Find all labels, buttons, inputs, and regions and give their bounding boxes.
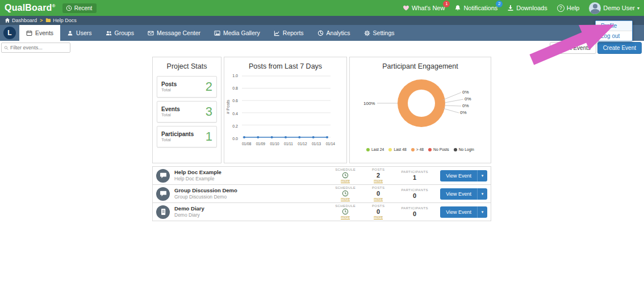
create-event-button[interactable]: Create Event (597, 42, 642, 54)
view-event-caret[interactable]: ▾ (477, 170, 487, 181)
tab-analytics[interactable]: Analytics (311, 25, 357, 41)
topbar-right-group: What's New 1 Notifications 2 Downloads ?… (403, 2, 639, 14)
engagement-panel: Participant Engagement 100% 0% 0% 0% 0% (349, 57, 491, 163)
schedule-more-link[interactable]: more (341, 197, 350, 201)
breadcrumb-dashboard[interactable]: Dashboard (5, 18, 37, 23)
qualboard-logo: QualBoard® (5, 3, 56, 13)
y-axis-ticks: 1.0 0.8 0.6 0.4 0.2 0.0 (231, 74, 240, 141)
event-subtitle: Group Discussion Demo (174, 194, 329, 200)
event-subtitle: Demo Diary (174, 212, 329, 218)
tab-groups[interactable]: Groups (99, 25, 141, 41)
posts-column: POSTS 2 more (362, 168, 395, 184)
tab-users[interactable]: Users (60, 25, 98, 41)
tab-media-gallery[interactable]: Media Gallery (207, 25, 267, 41)
view-event-split-button: View Event ▾ (440, 188, 487, 200)
event-list: Help Doc Example Help Doc Example SCHEDU… (152, 166, 491, 221)
menu-item-profile[interactable]: Profile (596, 21, 632, 31)
registered-mark: ® (52, 3, 56, 9)
breadcrumb-project-label: Help Docs (53, 18, 77, 23)
chat-bubble-icon (156, 169, 170, 183)
notifications-badge: 2 (496, 1, 503, 7)
heart-icon (403, 5, 409, 11)
pie-chart-icon (317, 30, 324, 36)
search-icon (4, 45, 9, 50)
breadcrumb-project[interactable]: Help Docs (45, 18, 77, 23)
tab-message-center[interactable]: Message Center (141, 25, 207, 41)
filter-events-search (1, 43, 70, 53)
tab-reports[interactable]: Reports (267, 25, 311, 41)
question-mark-icon: ? (557, 5, 564, 12)
participants-column: PARTICIPANTS 0 (395, 206, 434, 218)
whats-new-label: What's New (412, 5, 445, 11)
participants-total-value: 1 (206, 129, 212, 144)
breadcrumb: Dashboard > Help Docs (0, 16, 644, 25)
schedule-more-link[interactable]: more (341, 179, 350, 183)
legend-dot-noposts (428, 148, 432, 151)
whats-new-button[interactable]: What's New 1 (403, 5, 445, 11)
participants-column: PARTICIPANTS 1 (395, 170, 434, 181)
event-title: Group Discussion Demo (174, 187, 329, 194)
notifications-label: Notifications (463, 5, 497, 11)
dashboard-content: Project Stats Posts Total 2 Events Total… (152, 57, 491, 221)
stat-card-participants: Participants Total 1 (157, 126, 217, 147)
filter-events-input[interactable] (10, 45, 68, 50)
user-name-label: Demo User (603, 5, 635, 11)
help-button[interactable]: ? Help (557, 5, 580, 12)
legend-dot-last24 (366, 148, 370, 151)
user-icon (67, 30, 73, 36)
view-event-caret[interactable]: ▾ (477, 188, 487, 200)
dashboard-panels: Project Stats Posts Total 2 Events Total… (152, 57, 491, 163)
posts-more-link[interactable]: more (374, 179, 383, 183)
stat-card-posts: Posts Total 2 (157, 76, 217, 98)
folder-icon (45, 18, 51, 23)
schedule-more-link[interactable]: more (341, 215, 350, 219)
view-event-split-button: View Event ▾ (440, 170, 487, 181)
legend-dot-last48 (388, 148, 392, 151)
event-row-group-discussion-demo: Group Discussion Demo Group Discussion D… (152, 184, 491, 203)
recent-label: Recent (74, 5, 93, 11)
envelope-icon (148, 30, 154, 36)
legend-dot-gt48 (411, 148, 415, 151)
posts-chart-panel: Posts from Last 7 Days # Posts 1.0 0.8 0… (224, 57, 347, 163)
downloads-button[interactable]: Downloads (507, 5, 547, 11)
whats-new-badge: 1 (443, 1, 450, 7)
menu-item-logout[interactable]: Log out (596, 31, 632, 41)
event-title: Demo Diary (174, 205, 329, 212)
view-event-button[interactable]: View Event (440, 188, 477, 200)
legend-dot-nologin (454, 148, 457, 151)
event-title: Help Doc Example (174, 169, 329, 176)
tab-events[interactable]: Events (19, 25, 60, 41)
user-menu-button[interactable]: Demo User ▾ (589, 2, 639, 14)
notifications-button[interactable]: Notifications 2 (454, 5, 497, 11)
help-label: Help (567, 5, 580, 11)
posts-more-link[interactable]: more (374, 215, 383, 219)
users-group-icon (106, 30, 112, 36)
diary-icon (156, 205, 170, 219)
export-events-button[interactable]: Export Events (550, 42, 596, 54)
tab-settings[interactable]: Settings (357, 25, 402, 41)
clock-icon (342, 208, 349, 215)
recent-button[interactable]: Recent (62, 3, 97, 13)
project-avatar[interactable]: L (3, 27, 16, 39)
view-event-button[interactable]: View Event (440, 206, 477, 218)
posts-more-link[interactable]: more (374, 197, 383, 201)
donut-label-100: 100% (363, 101, 375, 106)
project-nav-bar: L Events Users Groups Message Center Med… (0, 25, 644, 41)
chat-bubble-icon (156, 187, 170, 201)
clock-icon (342, 172, 349, 179)
breadcrumb-dashboard-label: Dashboard (12, 18, 37, 23)
line-chart-plot (240, 74, 333, 141)
view-event-button[interactable]: View Event (440, 170, 477, 181)
home-icon (5, 18, 10, 23)
breadcrumb-separator: > (40, 18, 43, 23)
project-stats-panel: Project Stats Posts Total 2 Events Total… (152, 57, 221, 163)
event-row-demo-diary: Demo Diary Demo Diary SCHEDULE more POST… (152, 202, 491, 221)
schedule-column: SCHEDULE more (329, 168, 362, 183)
posts-chart-title: Posts from Last 7 Days (224, 57, 346, 74)
view-event-caret[interactable]: ▾ (477, 206, 487, 218)
posts-column: POSTS 0 more (362, 186, 395, 202)
donut-label-0d: 0% (460, 110, 467, 115)
donut-leader-lines (350, 74, 492, 145)
y-axis-label: # Posts (225, 100, 231, 114)
event-subtitle: Help Doc Example (174, 176, 329, 182)
